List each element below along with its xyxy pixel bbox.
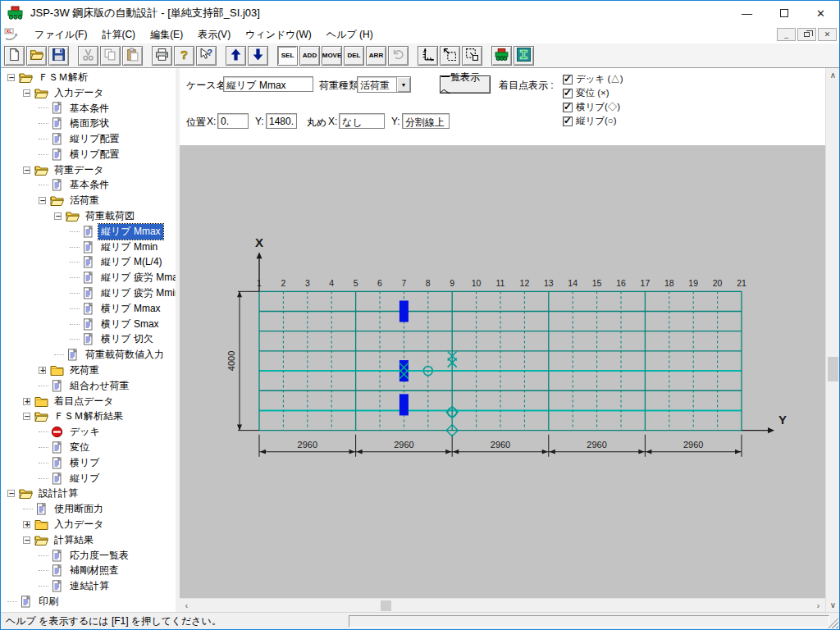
collapse-icon[interactable] <box>23 413 30 420</box>
tree-item-label[interactable]: 基本条件 <box>67 177 112 193</box>
tree-item-label[interactable]: 着目点データ <box>52 394 116 409</box>
tree-item-label[interactable]: 計算結果 <box>52 532 96 548</box>
case-name-input[interactable]: 縦リブ Mmax <box>223 76 313 92</box>
window-maximize-button[interactable] <box>765 1 802 25</box>
toolbar-button-ibeam-section[interactable] <box>514 46 534 66</box>
expand-icon[interactable] <box>23 521 30 528</box>
expand-icon[interactable] <box>39 367 46 374</box>
tree-item-label[interactable]: 連結計算 <box>67 578 112 594</box>
collapse-icon[interactable] <box>7 490 15 497</box>
horizontal-scrollbar[interactable]: ‹ › <box>180 598 825 612</box>
toolbar-button-print[interactable] <box>152 46 172 66</box>
collapse-icon[interactable] <box>23 89 30 97</box>
tree-item-label[interactable]: 縦リブ Mmin <box>98 240 160 255</box>
tree-item-label[interactable]: 死荷重 <box>67 363 102 378</box>
scroll-up-icon[interactable]: ∧ <box>826 68 839 82</box>
collapse-icon[interactable] <box>23 536 30 544</box>
window-close-button[interactable]: ✕ <box>802 1 839 25</box>
checkbox-disp[interactable] <box>563 89 573 98</box>
window-minimize-button[interactable]: — <box>728 1 765 25</box>
tree-item-label[interactable]: 基本条件 <box>67 101 112 116</box>
collapse-icon[interactable] <box>23 167 30 174</box>
tree-item-label[interactable]: 組合わせ荷重 <box>67 378 132 394</box>
tree-item-label[interactable]: デッキ <box>67 424 103 440</box>
tree-item-label[interactable]: 変位 <box>67 440 92 455</box>
tree-item-label[interactable]: 横リブ Smax <box>98 317 162 332</box>
tree-item-label[interactable]: 縦リブ M(L/4) <box>98 254 165 270</box>
toolbar-button-arrange-mode[interactable]: ARR <box>366 46 386 66</box>
vertical-scrollbar[interactable]: ∧ ∨ <box>825 68 839 612</box>
menu-item-file[interactable]: ファイル(F) <box>27 27 94 42</box>
load-diagram-canvas[interactable]: 123456789101112131415161718192021XY40002… <box>180 145 825 598</box>
rounding-y-input[interactable]: 分割線上 <box>402 113 450 129</box>
scroll-down-icon[interactable]: ∨ <box>826 598 839 612</box>
tree-item-label[interactable]: 縦リブ Mmax <box>98 224 163 240</box>
toolbar-button-open-folder[interactable] <box>26 46 47 66</box>
expand-icon[interactable] <box>23 398 30 405</box>
mdi-close-button[interactable]: ✕ <box>818 28 837 41</box>
toolbar-button-move-up[interactable] <box>226 46 246 66</box>
menu-item-help[interactable]: ヘルプ (H) <box>319 27 381 42</box>
vertical-scroll-thumb[interactable] <box>828 357 838 381</box>
tree-item-label[interactable]: 縦リブ 疲労 Mmax <box>98 270 176 285</box>
horizontal-scroll-thumb[interactable] <box>381 600 391 611</box>
show-list-button[interactable]: 一覧表示へ <box>440 75 491 94</box>
toolbar-button-select-mode[interactable]: SEL <box>277 46 298 66</box>
toolbar-button-context-help[interactable]: ? <box>196 46 217 66</box>
checkbox-crossrib[interactable] <box>563 103 573 112</box>
menu-item-window[interactable]: ウィンドウ(W) <box>238 27 319 42</box>
tree-item-label[interactable]: 活荷重 <box>67 193 102 208</box>
tree-item-label[interactable]: 橋面形状 <box>67 116 112 131</box>
tree-item-label[interactable]: 使用断面力 <box>52 501 106 517</box>
tree-item-label[interactable]: 横リブ 切欠 <box>98 331 156 347</box>
toolbar-button-save[interactable] <box>48 46 69 66</box>
toolbar-button-axis-dimension[interactable] <box>418 46 438 66</box>
tree-item-label[interactable]: 横リブ Mmax <box>98 301 163 317</box>
collapse-icon[interactable] <box>39 197 46 204</box>
tree-item-label[interactable]: 設計計算 <box>36 486 80 501</box>
tree-item-label[interactable]: 応力度一覧表 <box>67 548 131 564</box>
position-x-input[interactable]: 0. <box>217 113 249 129</box>
load-type-select[interactable]: 活荷重 ▼ <box>357 76 411 93</box>
status-text: ヘルプ を表示するには [F1] を押してください。 <box>1 614 221 628</box>
excel-output-icon[interactable]: XL <box>4 28 19 41</box>
tree-item-label[interactable]: 補剛材照査 <box>67 563 121 578</box>
toolbar-button-move-down[interactable] <box>248 46 268 66</box>
collapse-icon[interactable] <box>54 212 62 220</box>
toolbar-button-vehicle-load[interactable] <box>491 46 512 66</box>
tree-item-label[interactable]: 入力データ <box>52 85 107 101</box>
collapse-icon[interactable] <box>7 74 15 81</box>
mdi-restore-button[interactable] <box>797 28 816 41</box>
tree-item-label[interactable]: ＦＳＭ解析結果 <box>52 409 126 424</box>
tree-item-label[interactable]: 横リブ <box>67 455 103 471</box>
toolbar-button-add-mode[interactable]: ADD <box>299 46 320 66</box>
tree-item-label[interactable]: 荷重載荷図 <box>83 208 137 224</box>
menu-item-edit[interactable]: 編集(E) <box>143 27 190 42</box>
mdi-minimize-button[interactable]: _ <box>777 28 796 41</box>
scroll-left-icon[interactable]: ‹ <box>180 599 194 613</box>
toolbar-button-help[interactable]: ? <box>174 46 194 66</box>
tree-item-label[interactable]: 縦リブ配置 <box>67 131 122 147</box>
tree-item-label[interactable]: 荷重データ <box>52 162 107 178</box>
menu-item-view[interactable]: 表示(V) <box>190 27 238 42</box>
tree-item-label[interactable]: 入力データ <box>52 517 107 532</box>
rounding-x-input[interactable]: なし <box>339 113 385 129</box>
tree-item-label[interactable]: ＦＳＭ解析 <box>36 70 90 85</box>
tree-item-label[interactable]: 印刷 <box>36 594 61 609</box>
tree-item-label[interactable]: 縦リブ 疲労 Mmin <box>98 285 176 301</box>
column-label: 21 <box>737 278 746 288</box>
toolbar-button-move-mode[interactable]: MOVE <box>322 46 342 66</box>
checkbox-longrib[interactable] <box>563 116 573 126</box>
toolbar-button-zoom-region[interactable] <box>462 46 482 66</box>
chevron-down-icon[interactable]: ▼ <box>396 77 410 92</box>
tree-item-label[interactable]: 横リブ配置 <box>67 147 122 162</box>
toolbar-button-delete-mode[interactable]: DEL <box>344 46 364 66</box>
tree-item-label[interactable]: 荷重載荷数値入力 <box>83 347 167 363</box>
tree-item-label[interactable]: 縦リブ <box>67 471 103 486</box>
toolbar-button-new-document[interactable] <box>4 46 25 66</box>
position-y-input[interactable]: 1480. <box>266 113 297 129</box>
checkbox-deck[interactable] <box>563 75 573 84</box>
menu-item-calc[interactable]: 計算(C) <box>94 27 143 42</box>
toolbar-button-zoom-window[interactable] <box>440 46 460 66</box>
scroll-right-icon[interactable]: › <box>811 599 825 613</box>
